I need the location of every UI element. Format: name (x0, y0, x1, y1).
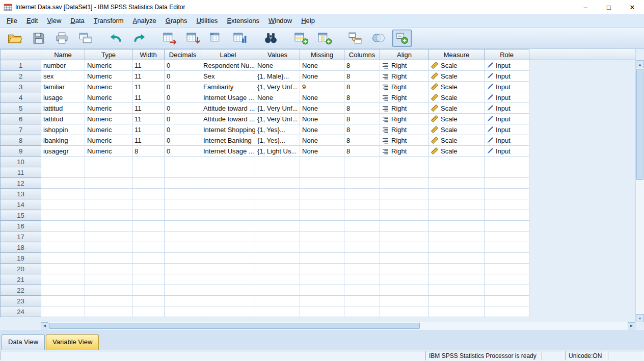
column-header-values[interactable]: Values (255, 49, 300, 60)
empty-cell[interactable] (429, 221, 485, 231)
cell-name[interactable]: iusagegr (41, 146, 85, 157)
variables-button[interactable] (207, 30, 226, 47)
tab-data-view[interactable]: Data View (2, 334, 45, 350)
empty-cell[interactable] (485, 178, 529, 189)
cell-values[interactable]: {1, Very Unf... (255, 114, 300, 124)
empty-cell[interactable] (85, 242, 132, 253)
empty-cell[interactable] (485, 306, 529, 317)
cell-columns[interactable]: 8 (344, 92, 380, 103)
cell-values[interactable]: {1, Male}... (255, 71, 300, 82)
empty-cell[interactable] (485, 157, 529, 167)
empty-cell[interactable] (255, 199, 300, 210)
empty-cell[interactable] (485, 253, 529, 264)
empty-cell[interactable] (300, 167, 344, 178)
empty-cell[interactable] (85, 264, 132, 274)
cell-missing[interactable]: None (300, 60, 344, 71)
cell-role[interactable]: Input (485, 114, 529, 124)
empty-cell[interactable] (165, 221, 201, 231)
empty-cell[interactable] (300, 285, 344, 296)
empty-cell[interactable] (165, 274, 201, 285)
empty-cell[interactable] (429, 178, 485, 189)
empty-cell[interactable] (255, 231, 300, 242)
cell-width[interactable]: 8 (132, 146, 165, 157)
menu-transform[interactable]: Transform (89, 15, 128, 27)
empty-cell[interactable] (380, 231, 429, 242)
row-number[interactable]: 24 (1, 306, 41, 317)
cell-measure[interactable]: Scale (429, 124, 485, 135)
maximize-button[interactable]: □ (597, 0, 621, 14)
row-number[interactable]: 8 (1, 135, 41, 146)
cell-columns[interactable]: 8 (344, 103, 380, 114)
cell-columns[interactable]: 8 (344, 114, 380, 124)
empty-cell[interactable] (344, 231, 380, 242)
empty-cell[interactable] (380, 178, 429, 189)
cell-align[interactable]: Right (380, 60, 429, 71)
empty-cell[interactable] (41, 285, 85, 296)
empty-cell[interactable] (201, 221, 255, 231)
empty-cell[interactable] (300, 231, 344, 242)
horizontal-scroll-thumb[interactable] (49, 323, 420, 329)
column-header-label[interactable]: Label (201, 49, 255, 60)
empty-cell[interactable] (300, 296, 344, 306)
empty-cell[interactable] (429, 296, 485, 306)
empty-cell[interactable] (41, 221, 85, 231)
empty-cell[interactable] (85, 231, 132, 242)
empty-cell[interactable] (165, 157, 201, 167)
cell-width[interactable]: 11 (132, 60, 165, 71)
empty-cell[interactable] (344, 199, 380, 210)
empty-cell[interactable] (132, 157, 165, 167)
column-header-columns[interactable]: Columns (344, 49, 380, 60)
recall-dialogs-button[interactable] (75, 30, 95, 47)
empty-cell[interactable] (201, 178, 255, 189)
empty-cell[interactable] (485, 210, 529, 221)
cell-type[interactable]: Numeric (85, 146, 132, 157)
horizontal-scrollbar[interactable]: ◀ ▶ (0, 322, 644, 329)
empty-cell[interactable] (300, 253, 344, 264)
cell-missing[interactable]: None (300, 71, 344, 82)
cell-missing[interactable]: None (300, 103, 344, 114)
empty-cell[interactable] (85, 253, 132, 264)
row-number[interactable]: 16 (1, 221, 41, 231)
empty-cell[interactable] (201, 231, 255, 242)
empty-cell[interactable] (165, 189, 201, 199)
empty-cell[interactable] (344, 306, 380, 317)
empty-cell[interactable] (429, 157, 485, 167)
empty-cell[interactable] (429, 189, 485, 199)
empty-cell[interactable] (132, 189, 165, 199)
empty-cell[interactable] (201, 199, 255, 210)
cell-label[interactable]: Attitude toward ... (201, 114, 255, 124)
vertical-scrollbar[interactable]: ▲ ▼ (635, 49, 644, 322)
cell-values[interactable]: {1, Yes}... (255, 124, 300, 135)
cell-decimals[interactable]: 0 (165, 82, 201, 92)
empty-cell[interactable] (132, 167, 165, 178)
cell-label[interactable]: Internet Usage ... (201, 146, 255, 157)
empty-cell[interactable] (41, 264, 85, 274)
empty-cell[interactable] (85, 167, 132, 178)
row-number[interactable]: 18 (1, 242, 41, 253)
empty-cell[interactable] (344, 210, 380, 221)
empty-cell[interactable] (201, 296, 255, 306)
cell-missing[interactable]: None (300, 135, 344, 146)
empty-cell[interactable] (380, 210, 429, 221)
cell-name[interactable]: iusage (41, 92, 85, 103)
empty-cell[interactable] (485, 264, 529, 274)
empty-cell[interactable] (165, 306, 201, 317)
empty-cell[interactable] (429, 210, 485, 221)
cell-values[interactable]: None (255, 92, 300, 103)
empty-cell[interactable] (344, 264, 380, 274)
insert-cases-button[interactable] (291, 30, 311, 47)
empty-cell[interactable] (380, 167, 429, 178)
empty-cell[interactable] (485, 221, 529, 231)
cell-missing[interactable]: None (300, 146, 344, 157)
menu-data[interactable]: Data (66, 15, 89, 27)
empty-cell[interactable] (165, 231, 201, 242)
empty-cell[interactable] (380, 264, 429, 274)
empty-cell[interactable] (132, 210, 165, 221)
print-button[interactable] (52, 30, 71, 47)
row-number[interactable]: 20 (1, 264, 41, 274)
save-document-button[interactable] (29, 30, 48, 47)
empty-cell[interactable] (132, 231, 165, 242)
empty-cell[interactable] (255, 306, 300, 317)
empty-cell[interactable] (300, 199, 344, 210)
row-number[interactable]: 21 (1, 274, 41, 285)
